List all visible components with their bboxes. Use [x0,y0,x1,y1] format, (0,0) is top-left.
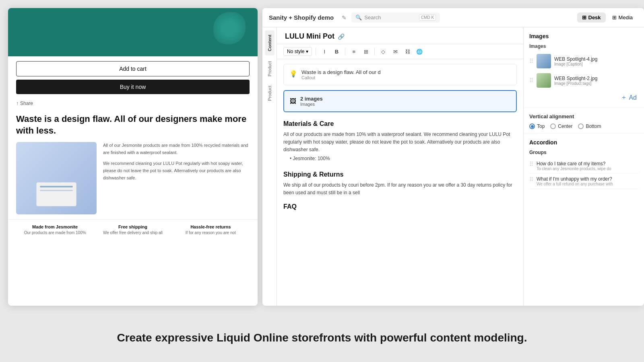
img-meta-2: WEB Spotlight-2.jpg Image [Product tags] [554,76,638,86]
editor-content-area: 💡 Waste is a design flaw. All of our d C… [277,59,523,306]
alignment-center-label: Center [558,123,572,129]
materials-title: Materials & Care [283,120,517,128]
groups-label: Groups [529,150,638,155]
add-image-button[interactable]: ＋ Ad [529,90,638,103]
accordion-drag-1: ⠿ [529,161,533,167]
shopify-preview-panel: Add to cart Buy it now ↑ Share Waste is … [8,8,258,306]
callout-text: Waste is a design flaw. All of our d [301,69,381,75]
add-icon: ＋ [621,93,627,102]
sidebar-tab-product-1[interactable]: Product [265,57,275,80]
materials-section: Materials & Care All of our products are… [277,115,523,168]
editor-topbar: Sanity + Shopify demo ✎ 🔍 Search CMD K ⊞… [262,8,644,27]
product-description: All of our Jesmonite products are made f… [103,142,250,214]
hero-banner [8,8,258,56]
accordion-answer-2: We offer a full refund on any purchase w… [537,182,638,186]
toolbar-unordered-list-button[interactable]: ≡ [349,47,359,56]
accordion-title: Accordion [529,139,638,146]
toolbar-separator-2 [345,48,345,55]
document-title: LULU Mini Pot [285,32,334,41]
callout-subtitle: Callout [301,75,381,80]
img-thumb-inner-1 [537,54,551,68]
hero-product-image [213,12,246,44]
sidebar-tab-content[interactable]: Content [265,31,275,56]
tab-media[interactable]: ⊞ Media [607,12,638,23]
feature-jesmonite: Made from Jesmonite Our products are mad… [16,224,94,235]
accordion-item-2[interactable]: ⠿ What if I'm unhappy with my order? We … [529,174,638,189]
add-to-cart-button[interactable]: Add to cart [16,61,250,76]
style-selector[interactable]: No style ▾ [283,47,312,56]
product-box-visual [36,182,76,206]
search-bar[interactable]: 🔍 Search CMD K [351,12,440,23]
edit-icon: ✎ [342,14,347,21]
view-tabs: ⊞ Desk ⊞ Media [577,12,638,23]
alignment-bottom-label: Bottom [586,123,601,129]
alignment-center[interactable]: Center [550,123,572,129]
feature-desc-shipping: We offer free delivery and ship all [94,230,171,235]
media-icon: ⊞ [612,14,617,21]
toolbar-separator-1 [316,48,316,55]
img-thumbnail-1 [537,54,551,68]
desc-paragraph-1: All of our Jesmonite products are made f… [103,142,250,156]
alignment-top-label: Top [537,123,545,129]
image-text-section: All of our Jesmonite products are made f… [8,142,258,219]
feature-title-jesmonite: Made from Jesmonite [16,224,94,229]
search-kbd-badge: CMD K [419,14,436,21]
toolbar-globe-button[interactable]: 🌐 [415,47,424,56]
main-area: Add to cart Buy it now ↑ Share Waste is … [0,0,644,314]
share-label[interactable]: Share [20,101,33,106]
drag-handle-2: ⠿ [529,77,533,84]
image-list-item-2[interactable]: ⠿ WEB Spotlight-2.jpg Image [Product tag… [529,71,638,90]
product-tagline-section: Waste is a design flaw. All of our desig… [8,109,258,142]
images-count: 2 images [300,96,323,102]
toolbar-ordered-list-button[interactable]: ⊞ [361,47,371,56]
accordion-item-1[interactable]: ⠿ How do I take care of my items? To cle… [529,158,638,174]
feature-title-returns: Hassle-free returns [172,224,250,229]
accordion-question-2: What if I'm unhappy with my order? [537,176,638,182]
share-row: ↑ Share [8,99,258,109]
faq-title: FAQ [283,203,517,210]
feature-returns: Hassle-free returns If for any reason yo… [172,224,250,235]
callout-block[interactable]: 💡 Waste is a design flaw. All of our d C… [283,64,517,85]
toolbar-italic-button[interactable]: I [320,47,329,56]
tab-desk-label: Desk [588,14,601,21]
feature-title-shipping: Free shipping [94,224,171,229]
shipping-section: Shipping & Returns We ship all of our pr… [277,168,523,200]
image-list-item-1[interactable]: ⠿ WEB Spotlight-4.jpg Image [Caption] [529,51,638,71]
materials-body: All of our products are made from 10% wi… [283,131,517,154]
tab-desk[interactable]: ⊞ Desk [577,12,606,23]
desk-icon: ⊞ [582,14,586,21]
panel-images-subtitle: Images [529,43,638,49]
features-row: Made from Jesmonite Our products are mad… [8,219,258,240]
img-filename-2: WEB Spotlight-2.jpg [554,76,638,81]
alignment-options: Top Center Bottom [529,123,638,129]
product-showcase-image [16,142,97,214]
alignment-top[interactable]: Top [529,123,545,129]
chevron-down-icon: ▾ [306,49,308,54]
callout-content: Waste is a design flaw. All of our d Cal… [301,69,381,80]
images-label: Images [300,102,323,107]
sidebar-tab-product-2[interactable]: Product [265,82,275,105]
img-filename-1: WEB Spotlight-4.jpg [554,56,638,62]
buy-now-button[interactable]: Buy it now [16,80,250,94]
images-block[interactable]: 🖼 2 images Images [283,90,517,112]
toolbar-link-button[interactable]: ⛓ [402,47,412,56]
alignment-bottom[interactable]: Bottom [578,123,601,129]
search-label: Search [364,14,417,21]
panel-images-section: Images Images ⠿ WEB Spotlight-4.jpg Imag… [524,27,644,108]
toolbar-email-button[interactable]: ✉ [390,47,400,56]
editor-toolbar: No style ▾ I B ≡ ⊞ ◇ ✉ ⛓ 🌐 [277,44,523,59]
toolbar-annotation-button[interactable]: ◇ [378,47,388,56]
add-label: Ad [629,94,637,101]
radio-center[interactable] [550,123,556,129]
feature-desc-returns: If for any reason you are not [172,230,250,235]
radio-top[interactable] [529,123,535,129]
panel-images-title: Images [529,33,638,39]
radio-bottom[interactable] [578,123,584,129]
vertical-alignment-section: Vertical alignment Top Center Bottom [524,108,644,134]
search-icon: 🔍 [355,14,362,21]
share-icon: ↑ [16,101,19,106]
toolbar-separator-3 [374,48,375,55]
toolbar-bold-button[interactable]: B [332,47,341,56]
drag-handle-1: ⠿ [529,58,533,64]
img-thumbnail-2 [537,73,551,88]
